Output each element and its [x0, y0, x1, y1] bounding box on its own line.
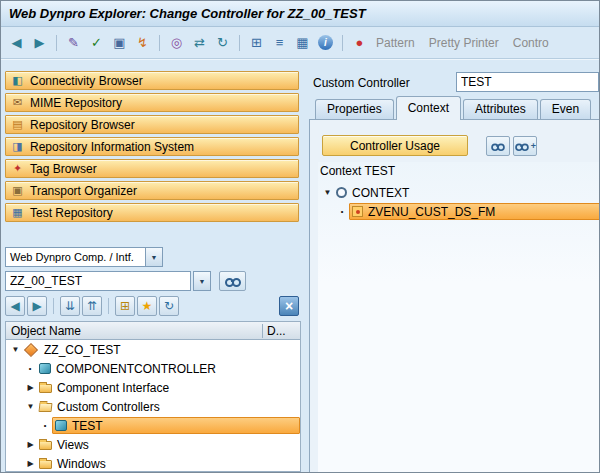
tree-node[interactable]: TEST [52, 417, 300, 434]
table-icon[interactable]: ▦ [292, 32, 313, 53]
tab-even[interactable]: Even [540, 99, 591, 119]
tree-node-label: COMPONENTCONTROLLER [56, 362, 216, 376]
close-icon[interactable]: × [279, 296, 299, 316]
plus-icon: + [531, 141, 536, 151]
mime-repository-icon: ✉ [11, 96, 24, 109]
tree-node[interactable]: ZVENU_CUST_DS_FM [349, 203, 600, 220]
title-bar: Web Dynpro Explorer: Change Controller f… [1, 1, 599, 27]
back-icon[interactable]: ◀ [6, 32, 27, 53]
forward-icon[interactable]: ▶ [29, 32, 50, 53]
toolbar-button-pattern[interactable]: Pattern [376, 36, 415, 50]
column-description[interactable]: D... [262, 324, 300, 338]
tree-node-label: CONTEXT [352, 186, 409, 200]
object-node-test[interactable]: ·TEST [6, 416, 300, 435]
object-node-windows[interactable]: ▶Windows [6, 454, 300, 472]
forward-icon[interactable]: ▶ [27, 296, 47, 316]
collapse-arrow-icon[interactable]: ▼ [321, 188, 334, 197]
expand-arrow-icon[interactable]: ▶ [24, 383, 37, 392]
object-node-custom-controllers[interactable]: ▼Custom Controllers [6, 397, 300, 416]
browser-button-repository-browser[interactable]: ▤Repository Browser [5, 115, 299, 134]
refresh-icon[interactable]: ↻ [212, 32, 233, 53]
column-object-name[interactable]: Object Name [6, 324, 262, 338]
object-node-componentcontroller[interactable]: ·COMPONENTCONTROLLER [6, 359, 300, 378]
tree-node-label: Component Interface [57, 381, 169, 395]
object-node-component-interface[interactable]: ▶Component Interface [6, 378, 300, 397]
info-icon[interactable]: i [318, 35, 333, 50]
browser-button-label: Transport Organizer [30, 184, 137, 198]
tree-node[interactable]: COMPONENTCONTROLLER [37, 360, 300, 377]
toolbar-separator [159, 35, 160, 51]
object-name-input[interactable] [5, 271, 191, 291]
find-button[interactable] [486, 136, 510, 156]
activate-icon[interactable]: ↯ [132, 32, 153, 53]
history-dropdown-icon[interactable]: ▼ [193, 271, 211, 291]
goto-icon[interactable]: ⇄ [189, 32, 210, 53]
back-icon[interactable]: ◀ [5, 296, 25, 316]
toolbar-separator [56, 35, 57, 51]
toolbar-button-contro[interactable]: Contro [513, 36, 549, 50]
tree-node[interactable]: Windows [37, 455, 300, 472]
expand-arrow-icon[interactable]: ▶ [24, 459, 37, 468]
tree-node-label: ZVENU_CUST_DS_FM [368, 205, 495, 219]
browser-button-label: MIME Repository [30, 96, 122, 110]
add-favorites-icon[interactable]: ⊞ [115, 296, 135, 316]
browser-button-connectivity-browser[interactable]: ◧Connectivity Browser [5, 71, 299, 90]
refresh-icon[interactable]: ↻ [159, 296, 179, 316]
list-icon[interactable]: ≡ [269, 32, 290, 53]
toolbar-separator [342, 35, 343, 51]
tab-content: Controller Usage + Context TEST ▼CONTEXT… [309, 119, 600, 473]
tree-node[interactable]: Views [37, 436, 300, 453]
tree-node-label: Windows [57, 457, 106, 471]
object-type-select[interactable]: Web Dynpro Comp. / Intf. ▼ [5, 247, 163, 267]
expand-all-icon[interactable]: ⇊ [60, 296, 80, 316]
object-list-toolbar: ◀▶⇊⇈⊞★↻× [5, 295, 301, 317]
context-node-zvenu-cust-ds-fm[interactable]: ·ZVENU_CUST_DS_FM [318, 202, 600, 221]
browser-button-repository-information-system[interactable]: ◨Repository Information System [5, 137, 299, 156]
copy-icon[interactable]: ▣ [109, 32, 130, 53]
collapse-arrow-icon[interactable]: ▼ [24, 402, 37, 411]
tree-node[interactable]: ZZ_CO_TEST [22, 341, 300, 358]
breakpoint-icon[interactable]: ● [349, 32, 370, 53]
where-used-icon[interactable]: ◎ [166, 32, 187, 53]
display-button[interactable] [219, 271, 246, 291]
tree-node[interactable]: Component Interface [37, 379, 300, 396]
browser-button-label: Repository Information System [30, 140, 194, 154]
expand-arrow-icon[interactable]: ▶ [24, 440, 37, 449]
glasses-icon [225, 276, 241, 286]
tab-context[interactable]: Context [396, 96, 461, 120]
context-node-icon [352, 206, 363, 217]
leaf-bullet: · [336, 204, 349, 219]
browser-button-test-repository[interactable]: ▦Test Repository [5, 203, 299, 222]
context-node-context[interactable]: ▼CONTEXT [318, 183, 600, 202]
display-change-icon[interactable]: ✎ [63, 32, 84, 53]
tree-node[interactable]: CONTEXT [334, 184, 600, 201]
find-group: + [486, 136, 537, 156]
object-node-views[interactable]: ▶Views [6, 435, 300, 454]
controller-name-input[interactable] [456, 72, 599, 92]
usage-row: Controller Usage + [322, 135, 600, 156]
collapse-all-icon[interactable]: ⇈ [82, 296, 102, 316]
folder-icon [39, 460, 52, 469]
find-next-button[interactable]: + [513, 136, 537, 156]
binoculars-plus-icon [515, 141, 528, 150]
toolbar-button-pretty-printer[interactable]: Pretty Printer [429, 36, 499, 50]
chevron-down-icon[interactable]: ▼ [145, 248, 162, 266]
favorites-icon[interactable]: ★ [137, 296, 157, 316]
browser-button-label: Connectivity Browser [30, 74, 143, 88]
controller-label: Custom Controller [313, 76, 410, 90]
binoculars-icon [491, 141, 505, 150]
tab-attributes[interactable]: Attributes [463, 99, 538, 119]
browser-button-stack: ◧Connectivity Browser✉MIME Repository▤Re… [5, 71, 299, 222]
object-node-zz-co-test[interactable]: ▼ZZ_CO_TEST [6, 340, 300, 359]
browser-button-transport-organizer[interactable]: ▣Transport Organizer [5, 181, 299, 200]
leaf-bullet: · [24, 361, 37, 376]
folder-open-icon [39, 403, 53, 412]
browser-button-mime-repository[interactable]: ✉MIME Repository [5, 93, 299, 112]
tree-node[interactable]: Custom Controllers [37, 398, 300, 415]
check-icon[interactable]: ✓ [86, 32, 107, 53]
browser-button-tag-browser[interactable]: ✦Tag Browser [5, 159, 299, 178]
hierarchy-icon[interactable]: ⊞ [246, 32, 267, 53]
collapse-arrow-icon[interactable]: ▼ [9, 345, 22, 354]
tab-properties[interactable]: Properties [315, 99, 394, 119]
controller-usage-button[interactable]: Controller Usage [322, 135, 468, 156]
